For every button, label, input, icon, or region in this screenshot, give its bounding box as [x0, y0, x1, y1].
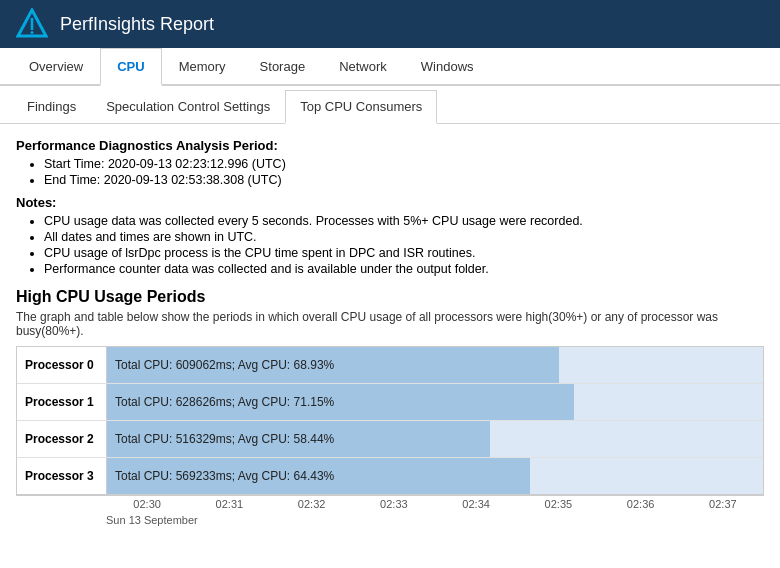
x-label-6: 02:36 [600, 496, 682, 512]
sub-tab-bar: Findings Speculation Control Settings To… [0, 90, 780, 124]
processor-bar-text-0: Total CPU: 609062ms; Avg CPU: 68.93% [115, 358, 334, 372]
x-label-5: 02:35 [517, 496, 599, 512]
processor-row-0: Processor 0 Total CPU: 609062ms; Avg CPU… [17, 347, 763, 384]
tab-network[interactable]: Network [322, 48, 404, 86]
processor-label-2: Processor 2 [17, 421, 107, 457]
x-label-1: 02:31 [188, 496, 270, 512]
tab-windows[interactable]: Windows [404, 48, 491, 86]
processor-bar-area-3: Total CPU: 569233ms; Avg CPU: 64.43% [107, 458, 763, 494]
analysis-bullets: Start Time: 2020-09-13 02:23:12.996 (UTC… [16, 157, 764, 187]
processor-row-2: Processor 2 Total CPU: 516329ms; Avg CPU… [17, 421, 763, 458]
x-axis: 02:30 02:31 02:32 02:33 02:34 02:35 02:3… [16, 495, 764, 512]
main-content: Performance Diagnostics Analysis Period:… [0, 124, 780, 558]
processor-row-3: Processor 3 Total CPU: 569233ms; Avg CPU… [17, 458, 763, 494]
processor-bar-area-0: Total CPU: 609062ms; Avg CPU: 68.93% [107, 347, 763, 383]
processor-bar-text-3: Total CPU: 569233ms; Avg CPU: 64.43% [115, 469, 334, 483]
processor-row-1: Processor 1 Total CPU: 628626ms; Avg CPU… [17, 384, 763, 421]
tab-overview[interactable]: Overview [12, 48, 100, 86]
x-label-4: 02:34 [435, 496, 517, 512]
tab-storage[interactable]: Storage [243, 48, 323, 86]
notes-label: Notes: [16, 195, 764, 210]
high-cpu-title: High CPU Usage Periods [16, 288, 764, 306]
analysis-bullet-0: Start Time: 2020-09-13 02:23:12.996 (UTC… [44, 157, 764, 171]
x-label-2: 02:32 [271, 496, 353, 512]
processor-bar-text-1: Total CPU: 628626ms; Avg CPU: 71.15% [115, 395, 334, 409]
x-label-0: 02:30 [106, 496, 188, 512]
svg-point-2 [31, 31, 34, 34]
processor-bar-area-2: Total CPU: 516329ms; Avg CPU: 58.44% [107, 421, 763, 457]
subtab-top-cpu[interactable]: Top CPU Consumers [285, 90, 437, 124]
notes-bullets: CPU usage data was collected every 5 sec… [16, 214, 764, 276]
x-axis-sublabel: Sun 13 September [16, 512, 764, 526]
main-tab-bar: Overview CPU Memory Storage Network Wind… [0, 48, 780, 86]
note-1: All dates and times are shown in UTC. [44, 230, 764, 244]
analysis-label: Performance Diagnostics Analysis Period: [16, 138, 764, 153]
processor-label-3: Processor 3 [17, 458, 107, 494]
processor-label-1: Processor 1 [17, 384, 107, 420]
processor-bar-text-2: Total CPU: 516329ms; Avg CPU: 58.44% [115, 432, 334, 446]
subtab-speculation[interactable]: Speculation Control Settings [91, 90, 285, 124]
app-title: PerfInsights Report [60, 14, 214, 35]
tab-cpu[interactable]: CPU [100, 48, 161, 86]
app-logo [16, 8, 48, 40]
analysis-bullet-1: End Time: 2020-09-13 02:53:38.308 (UTC) [44, 173, 764, 187]
processor-bar-area-1: Total CPU: 628626ms; Avg CPU: 71.15% [107, 384, 763, 420]
tab-memory[interactable]: Memory [162, 48, 243, 86]
processor-label-0: Processor 0 [17, 347, 107, 383]
x-label-3: 02:33 [353, 496, 435, 512]
high-cpu-desc: The graph and table below show the perio… [16, 310, 764, 338]
note-3: Performance counter data was collected a… [44, 262, 764, 276]
x-label-7: 02:37 [682, 496, 764, 512]
app-header: PerfInsights Report [0, 0, 780, 48]
cpu-chart: Processor 0 Total CPU: 609062ms; Avg CPU… [16, 346, 764, 495]
subtab-findings[interactable]: Findings [12, 90, 91, 124]
note-0: CPU usage data was collected every 5 sec… [44, 214, 764, 228]
note-2: CPU usage of lsrDpc process is the CPU t… [44, 246, 764, 260]
